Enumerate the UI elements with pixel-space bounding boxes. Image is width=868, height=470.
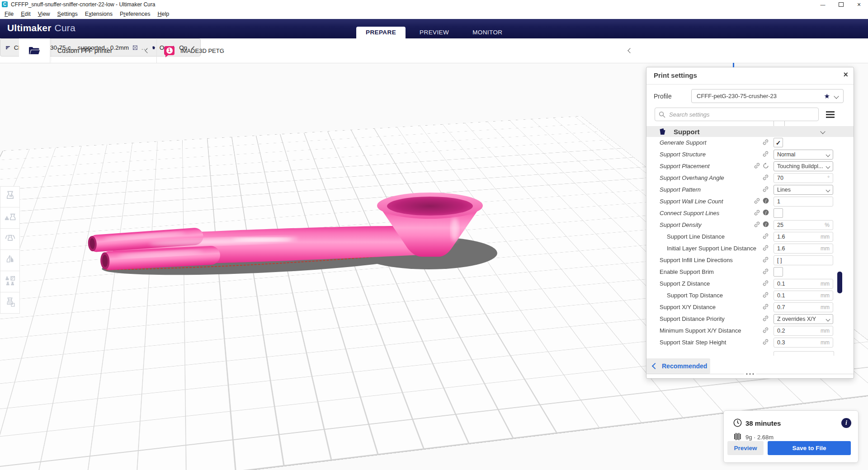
menu-item-extensions[interactable]: Extensions	[81, 9, 116, 19]
clock-icon	[733, 418, 742, 427]
mirror-tool-icon	[4, 254, 16, 268]
move-tool-button[interactable]	[0, 186, 20, 207]
setting-row: Support PatternLines	[646, 184, 854, 196]
support-blocker-tool-button[interactable]	[0, 292, 20, 314]
clipped-setting-control	[774, 351, 834, 356]
link-icon	[762, 139, 769, 147]
model-3d[interactable]	[63, 181, 506, 280]
menu-item-edit[interactable]: Edit	[17, 9, 34, 19]
sign-in-button[interactable]: Sign in	[835, 44, 862, 54]
setting-row: Support Z Distance0.1mm	[646, 278, 854, 290]
setting-row: Support Stair Step Height0.3mm	[646, 337, 854, 348]
setting-input[interactable]: 0.2mm	[774, 326, 833, 336]
menu-item-view[interactable]: View	[34, 9, 54, 19]
panel-resize-handle[interactable]	[646, 374, 854, 378]
setting-checkbox[interactable]	[774, 267, 783, 277]
chevron-down-icon	[826, 164, 830, 169]
search-input[interactable]	[668, 111, 815, 118]
setting-input[interactable]: 0.1mm	[774, 279, 833, 289]
setting-row: Connect Support Linesf	[646, 207, 854, 219]
menu-item-help[interactable]: Help	[154, 9, 173, 19]
minimize-button[interactable]: —	[814, 0, 832, 9]
setting-input[interactable]: 1	[774, 197, 833, 207]
setting-icons	[762, 257, 769, 264]
rotate-tool-button[interactable]	[0, 229, 20, 250]
settings-search[interactable]	[655, 108, 819, 121]
extruder-number: 1	[166, 47, 173, 54]
chevron-down-icon	[834, 94, 839, 99]
setting-icons	[762, 174, 769, 182]
setting-icons	[762, 151, 769, 158]
setting-label: Support Stair Step Height	[660, 339, 726, 346]
open-file-button[interactable]	[19, 38, 50, 63]
tab-preview[interactable]: PREVIEW	[410, 27, 458, 38]
setting-input[interactable]: 70°	[774, 173, 833, 183]
panel-close-icon[interactable]: ×	[843, 70, 848, 80]
profile-dropdown[interactable]: CFFF-petG-230-75-crusher-23 ★	[691, 89, 844, 103]
section-title: Support	[674, 128, 700, 136]
support-blocker-tool-icon	[4, 296, 16, 310]
setting-label: Enable Support Brim	[660, 268, 714, 275]
printer-selector[interactable]: Custom FFF printer	[50, 38, 157, 63]
menu-bar: FileEditViewSettingsExtensionsPreference…	[0, 9, 868, 19]
title-bar: C CFFFP_snuff-snuffer-sniffer-cnorter-22…	[0, 0, 868, 9]
material-selector[interactable]: 1 IMADE3D PETG	[156, 38, 224, 63]
top-nav: UltimakerCura PREPAREPREVIEWMONITOR Mark…	[0, 19, 868, 38]
link-icon	[762, 256, 769, 265]
setting-dropdown[interactable]: Touching Buildpl...	[774, 161, 833, 171]
marketplace-button[interactable]: Marketplace	[787, 44, 827, 54]
setting-dropdown[interactable]: Lines	[774, 185, 833, 195]
setting-label: Support Wall Line Count	[660, 198, 723, 205]
settings-menu-icon[interactable]	[826, 111, 835, 119]
close-button[interactable]: ×	[850, 0, 868, 9]
settings-collapse-icon[interactable]	[627, 48, 632, 53]
setting-dropdown[interactable]: Z overrides X/Y	[774, 314, 833, 324]
printer-collapse-icon[interactable]	[145, 48, 150, 53]
setting-input[interactable]: [ ]	[774, 255, 833, 265]
setting-icons: f	[754, 198, 769, 205]
rotate-tool-icon	[4, 232, 16, 246]
settings-scrollbar[interactable]	[837, 272, 842, 293]
setting-input[interactable]: 1.6mm	[774, 232, 833, 242]
favorite-star-icon[interactable]: ★	[824, 92, 830, 100]
setting-label: Initial Layer Support Line Distance	[667, 245, 756, 252]
setting-input[interactable]: 1.6mm	[774, 244, 833, 254]
tab-monitor[interactable]: MONITOR	[463, 27, 512, 38]
print-settings-panel: Print settings × Profile CFFF-petG-230-7…	[646, 67, 854, 379]
support-section-icon	[659, 128, 666, 135]
setting-input[interactable]: 0.1mm	[774, 291, 833, 301]
setting-input[interactable]: 25%	[774, 220, 833, 230]
setting-checkbox[interactable]	[774, 208, 783, 218]
link-icon	[762, 150, 769, 159]
per-model-settings-tool-button[interactable]	[0, 271, 20, 292]
link-icon	[762, 303, 769, 312]
save-to-file-button[interactable]: Save to File	[768, 441, 851, 455]
setting-label: Support Overhang Angle	[660, 174, 724, 181]
link-icon	[762, 327, 769, 335]
menu-item-file[interactable]: File	[1, 9, 17, 19]
brand-cura: Cura	[55, 23, 75, 33]
mirror-tool-button[interactable]	[0, 250, 20, 271]
chevron-down-icon	[826, 188, 830, 192]
menu-item-settings[interactable]: Settings	[54, 9, 81, 19]
window-title: CFFFP_snuff-snuffer-sniffer-cnorter-22-l…	[11, 1, 155, 8]
chevron-left-icon	[652, 363, 658, 369]
preview-button[interactable]: Preview	[727, 441, 764, 455]
setting-checkbox[interactable]: ✓	[774, 138, 783, 147]
scale-tool-button[interactable]	[0, 207, 20, 229]
material-name: IMADE3D PETG	[180, 47, 224, 54]
tab-prepare[interactable]: PREPARE	[356, 27, 406, 38]
menu-item-preferences[interactable]: Preferences	[116, 9, 154, 19]
setting-dropdown[interactable]: Normal	[774, 150, 833, 160]
setting-label: Minimum Support X/Y Distance	[660, 327, 741, 334]
maximize-button[interactable]	[832, 0, 850, 9]
recommended-label: Recommended	[662, 362, 707, 370]
setting-row: Support Overhang Angle70°	[646, 172, 854, 184]
setting-input[interactable]: 0.3mm	[774, 338, 833, 348]
section-header-support[interactable]: Support	[646, 126, 854, 137]
info-icon[interactable]: i	[841, 418, 851, 428]
recommended-mode-button[interactable]: Recommended	[646, 358, 710, 374]
formula-icon: f	[763, 209, 769, 217]
setting-label: Support Density	[660, 221, 702, 228]
setting-input[interactable]: 0.7mm	[774, 302, 833, 312]
